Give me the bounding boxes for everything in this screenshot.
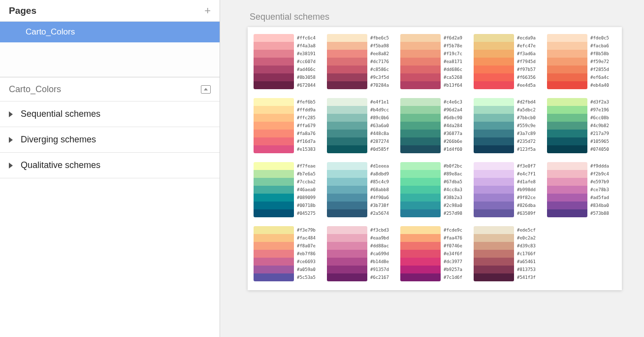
swatch[interactable] bbox=[547, 42, 587, 50]
swatch[interactable] bbox=[254, 106, 294, 114]
swatch[interactable] bbox=[474, 250, 514, 258]
swatch[interactable] bbox=[327, 98, 367, 106]
swatch[interactable] bbox=[327, 81, 367, 89]
layer-row-qualitative[interactable]: Qualitative schemes bbox=[0, 153, 220, 178]
swatch[interactable] bbox=[474, 162, 514, 170]
color-scheme[interactable]: #ede5cf#e0c2a2#d39c83#c1766f#a65461#8137… bbox=[474, 226, 540, 281]
swatch[interactable] bbox=[254, 242, 294, 250]
swatch[interactable] bbox=[547, 66, 587, 73]
page-item-carto-colors[interactable]: Carto_Colors bbox=[0, 22, 220, 42]
swatch[interactable] bbox=[474, 209, 514, 217]
swatch[interactable] bbox=[254, 50, 294, 58]
swatch[interactable] bbox=[474, 130, 514, 137]
swatch[interactable] bbox=[547, 202, 587, 209]
swatch[interactable] bbox=[254, 170, 294, 178]
swatch[interactable] bbox=[547, 186, 587, 194]
swatch[interactable] bbox=[254, 273, 294, 281]
swatch[interactable] bbox=[400, 137, 441, 145]
swatch[interactable] bbox=[254, 114, 294, 122]
collapse-artboard-icon[interactable] bbox=[201, 85, 211, 94]
swatch[interactable] bbox=[327, 242, 367, 250]
color-scheme[interactable]: #d2fbd4#a5dbc2#7bbcb0#559c9e#3a7c89#235d… bbox=[474, 98, 540, 153]
swatch[interactable] bbox=[547, 73, 587, 81]
swatch[interactable] bbox=[400, 234, 441, 242]
swatch[interactable] bbox=[400, 202, 441, 209]
swatch[interactable] bbox=[400, 178, 441, 186]
color-scheme[interactable]: #c4e6c3#96d2a4#6dbc90#4da284#36877a#266b… bbox=[400, 98, 467, 153]
swatch[interactable] bbox=[400, 34, 441, 42]
swatch[interactable] bbox=[254, 258, 294, 266]
color-scheme[interactable]: #f6d2a9#f5b78e#f19c7c#ea8171#dd686c#ca52… bbox=[400, 34, 467, 89]
swatch[interactable] bbox=[327, 130, 367, 137]
swatch[interactable] bbox=[400, 122, 441, 130]
swatch[interactable] bbox=[327, 42, 367, 50]
swatch[interactable] bbox=[547, 170, 587, 178]
swatch[interactable] bbox=[254, 34, 294, 42]
swatch[interactable] bbox=[547, 162, 587, 170]
color-scheme[interactable]: #f3e0f7#e4c7f1#d1afe8#b998dd#9f82ce#826d… bbox=[474, 162, 540, 217]
swatch[interactable] bbox=[474, 226, 514, 234]
artboard-title[interactable]: Sequential schemes bbox=[250, 12, 644, 22]
swatch[interactable] bbox=[327, 266, 367, 273]
swatch[interactable] bbox=[547, 106, 587, 114]
swatch[interactable] bbox=[327, 114, 367, 122]
swatch[interactable] bbox=[254, 202, 294, 209]
swatch[interactable] bbox=[474, 122, 514, 130]
swatch[interactable] bbox=[474, 98, 514, 106]
swatch[interactable] bbox=[254, 186, 294, 194]
swatch[interactable] bbox=[327, 137, 367, 145]
swatch[interactable] bbox=[327, 194, 367, 202]
swatch[interactable] bbox=[400, 242, 441, 250]
swatch[interactable] bbox=[400, 81, 441, 89]
swatch[interactable] bbox=[400, 209, 441, 217]
swatch[interactable] bbox=[400, 50, 441, 58]
swatch[interactable] bbox=[254, 73, 294, 81]
swatch[interactable] bbox=[254, 66, 294, 73]
color-scheme[interactable]: #f9ddda#f2b9c4#e597b9#ce78b3#ad5fad#834b… bbox=[547, 162, 613, 217]
swatch[interactable] bbox=[327, 250, 367, 258]
swatch[interactable] bbox=[547, 98, 587, 106]
swatch[interactable] bbox=[547, 137, 587, 145]
swatch[interactable] bbox=[474, 242, 514, 250]
swatch[interactable] bbox=[400, 273, 441, 281]
swatch[interactable] bbox=[474, 145, 514, 153]
swatch[interactable] bbox=[400, 266, 441, 273]
color-scheme[interactable]: #b0f2bc#89e8ac#67dba5#4cc8a3#38b2a3#2c98… bbox=[400, 162, 467, 217]
swatch[interactable] bbox=[474, 106, 514, 114]
swatch[interactable] bbox=[547, 178, 587, 186]
swatch[interactable] bbox=[547, 114, 587, 122]
swatch[interactable] bbox=[254, 130, 294, 137]
swatch[interactable] bbox=[254, 81, 294, 89]
swatch[interactable] bbox=[254, 250, 294, 258]
swatch[interactable] bbox=[327, 234, 367, 242]
swatch[interactable] bbox=[327, 50, 367, 58]
swatch[interactable] bbox=[474, 266, 514, 273]
swatch[interactable] bbox=[254, 266, 294, 273]
color-scheme[interactable]: #f7feae#b7e6a5#7ccba2#46aea0#089099#0071… bbox=[254, 162, 320, 217]
swatch[interactable] bbox=[474, 170, 514, 178]
swatch[interactable] bbox=[400, 170, 441, 178]
swatch[interactable] bbox=[400, 226, 441, 234]
swatch[interactable] bbox=[474, 50, 514, 58]
swatch[interactable] bbox=[327, 258, 367, 266]
color-scheme[interactable]: #ffc6c4#f4a3a8#e38191#cc607d#ad466c#8b30… bbox=[254, 34, 320, 89]
color-scheme[interactable]: #d1eeea#a8dbd9#85c4c9#68abb8#4f90a6#3b73… bbox=[327, 162, 393, 217]
swatch[interactable] bbox=[547, 34, 587, 42]
swatch[interactable] bbox=[327, 178, 367, 186]
swatch[interactable] bbox=[474, 186, 514, 194]
swatch[interactable] bbox=[327, 202, 367, 209]
color-scheme[interactable]: #fbe6c5#f5ba98#ee8a82#dc7176#c8586c#9c3f… bbox=[327, 34, 393, 89]
swatch[interactable] bbox=[547, 194, 587, 202]
swatch[interactable] bbox=[474, 137, 514, 145]
swatch[interactable] bbox=[547, 58, 587, 66]
swatch[interactable] bbox=[474, 34, 514, 42]
canvas[interactable]: Sequential schemes #ffc6c4#f4a3a8#e38191… bbox=[220, 0, 644, 337]
layer-row-sequential[interactable]: Sequential schemes bbox=[0, 101, 220, 127]
color-scheme[interactable]: #f3e79b#fac484#f8a07e#eb7f86#ce6693#a059… bbox=[254, 226, 320, 281]
swatch[interactable] bbox=[327, 162, 367, 170]
swatch[interactable] bbox=[327, 186, 367, 194]
swatch[interactable] bbox=[254, 178, 294, 186]
swatch[interactable] bbox=[400, 73, 441, 81]
swatch[interactable] bbox=[474, 178, 514, 186]
swatch[interactable] bbox=[327, 226, 367, 234]
